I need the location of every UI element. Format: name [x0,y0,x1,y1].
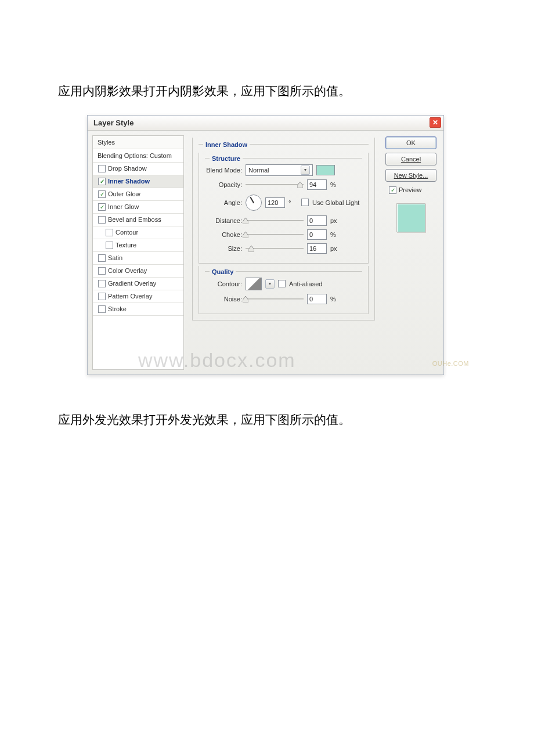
angle-dial[interactable] [246,195,262,211]
global-light-label: Use Global Light [312,199,359,206]
effect-label: Stroke [108,305,180,312]
effect-inner-glow[interactable]: Inner Glow [93,201,183,214]
size-unit: px [330,245,340,252]
effect-label: Texture [116,242,180,249]
slider-thumb-icon[interactable] [243,232,248,238]
distance-unit: px [330,217,340,224]
styles-header[interactable]: Styles [93,136,183,149]
choke-unit: % [330,231,340,238]
angle-input[interactable]: 120 [265,197,285,208]
slider-thumb-icon[interactable] [298,182,303,188]
distance-input[interactable]: 0 [307,215,327,226]
distance-slider[interactable] [246,217,304,224]
blend-mode-label: Blend Mode: [205,167,242,174]
checkbox-icon[interactable] [98,305,106,313]
chevron-down-icon: ▾ [301,165,310,175]
checkbox-icon[interactable] [98,216,106,224]
svg-marker-3 [249,246,254,252]
watermark-secondary: OUHe.COM [432,360,469,367]
effect-color-overlay[interactable]: Color Overlay [93,265,183,278]
svg-marker-4 [243,296,248,303]
effect-label: Pattern Overlay [108,293,180,300]
angle-label: Angle: [205,199,242,206]
antialiased-label: Anti-aliased [289,280,322,287]
effect-stroke[interactable]: Stroke [93,303,183,316]
new-style-button[interactable]: New Style... [385,169,436,182]
angle-unit: ° [288,199,298,206]
choke-input[interactable]: 0 [307,229,327,240]
size-label: Size: [205,245,242,252]
layer-style-dialog: Layer Style ✕ Styles Blending Options: C… [87,115,444,375]
checkbox-icon[interactable] [98,267,106,275]
effect-label: Drop Shadow [108,165,180,172]
effect-drop-shadow[interactable]: Drop Shadow [93,163,183,175]
effects-list: Styles Blending Options: Custom Drop Sha… [92,135,184,370]
outro-paragraph: 应用外发光效果打开外发光效果，应用下图所示的值。 [58,410,476,430]
effect-label: Inner Shadow [108,178,180,185]
contour-label: Contour: [205,280,242,287]
cancel-button[interactable]: Cancel [385,153,436,165]
effect-label: Gradient Overlay [108,280,180,287]
slider-thumb-icon[interactable] [249,246,254,252]
effect-bevel-emboss[interactable]: Bevel and Emboss [93,214,183,226]
effect-pattern-overlay[interactable]: Pattern Overlay [93,290,183,303]
effect-texture[interactable]: Texture [93,239,183,252]
effect-label: Contour [116,229,180,236]
checkbox-icon[interactable] [98,293,106,300]
checkbox-icon[interactable] [98,203,106,211]
effect-inner-shadow[interactable]: Inner Shadow [93,175,183,188]
svg-marker-1 [243,218,248,224]
intro-paragraph: 应用内阴影效果打开内阴影效果，应用下图所示的值。 [58,81,476,101]
global-light-checkbox[interactable] [301,199,309,206]
slider-thumb-icon[interactable] [243,296,248,303]
opacity-unit: % [330,181,340,188]
opacity-slider[interactable] [246,181,304,188]
choke-label: Choke: [205,231,242,238]
opacity-label: Opacity: [205,181,242,188]
checkbox-icon[interactable] [98,165,106,172]
checkbox-icon[interactable] [98,280,106,287]
checkbox-icon[interactable] [98,190,106,198]
svg-marker-0 [298,182,303,188]
effect-satin[interactable]: Satin [93,252,183,265]
choke-slider[interactable] [246,231,304,238]
effect-label: Color Overlay [108,267,180,274]
settings-panel: Inner Shadow Structure Blend Mode: Norma… [187,135,380,370]
blending-options-row[interactable]: Blending Options: Custom [93,149,183,163]
checkbox-icon[interactable] [98,254,106,262]
checkbox-icon[interactable] [106,242,113,249]
effect-contour[interactable]: Contour [93,226,183,239]
effect-label: Bevel and Emboss [108,216,180,223]
watermark-text: www.bdocx.com [138,349,296,372]
close-icon[interactable]: ✕ [430,117,441,128]
svg-marker-2 [243,232,248,238]
checkbox-icon[interactable] [106,229,113,236]
structure-title: Structure [210,155,243,162]
preview-label: Preview [399,186,421,193]
noise-input[interactable]: 0 [307,294,327,304]
size-input[interactable]: 16 [307,243,327,254]
effect-label: Outer Glow [108,190,180,197]
dialog-right-panel: OK Cancel New Style... Preview [383,135,439,370]
preview-checkbox[interactable] [389,186,396,194]
blend-mode-select[interactable]: Normal ▾ [246,164,313,176]
effect-label: Inner Glow [108,203,180,210]
chevron-down-icon[interactable]: ▾ [265,279,275,289]
effect-gradient-overlay[interactable]: Gradient Overlay [93,278,183,290]
noise-label: Noise: [205,296,242,303]
dialog-title: Layer Style [93,118,134,127]
effect-outer-glow[interactable]: Outer Glow [93,188,183,201]
opacity-input[interactable]: 94 [307,179,327,190]
antialiased-checkbox[interactable] [278,280,286,287]
noise-slider[interactable] [246,296,304,303]
size-slider[interactable] [246,245,304,252]
distance-label: Distance: [205,217,242,224]
effect-label: Satin [108,254,180,261]
ok-button[interactable]: OK [385,136,436,149]
dialog-titlebar[interactable]: Layer Style ✕ [88,116,443,131]
checkbox-icon[interactable] [98,178,106,185]
layer-style-dialog-wrapper: Layer Style ✕ Styles Blending Options: C… [87,115,476,375]
shadow-color-swatch[interactable] [316,165,335,175]
contour-picker[interactable] [246,278,262,290]
slider-thumb-icon[interactable] [243,218,248,224]
